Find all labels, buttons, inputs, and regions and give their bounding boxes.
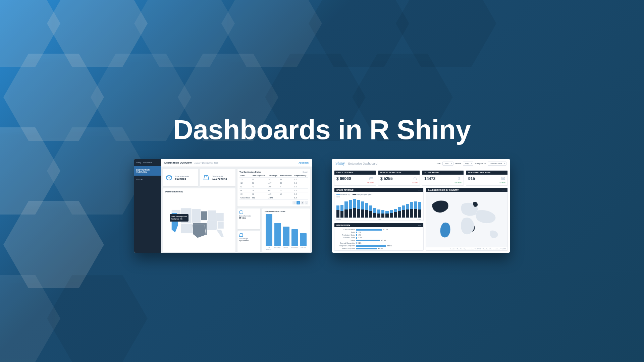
table-row[interactable]: CA561617230.5 [239, 181, 308, 185]
kpi-label: ACTIVE USERS [422, 171, 464, 175]
table-header[interactable]: Total shipments [251, 174, 267, 178]
year-select[interactable]: 2020 [442, 162, 453, 166]
chart-bar [390, 210, 393, 218]
kpi-delta: -33.0% [411, 182, 418, 184]
svg-rect-2 [192, 209, 201, 223]
top-states-table: Top Destination States Search StateTotal… [237, 169, 310, 206]
chart-bar [398, 207, 401, 218]
world-map[interactable] [426, 192, 507, 247]
kpi-total-shipments: Total shipments 503 trips [163, 169, 198, 186]
box-icon [239, 210, 244, 215]
breakdown-row: Orders 47.4% [336, 239, 421, 241]
bar-label: Los Angeles [266, 247, 272, 250]
chart-bar [385, 211, 388, 218]
svg-rect-9 [218, 222, 224, 229]
chart-bar [418, 202, 421, 218]
sidebar-item-contact[interactable]: Contact [134, 176, 161, 183]
bar-label: San Jose [300, 247, 307, 250]
bar [266, 214, 272, 246]
breakdown-row: Returned Items 1.5% [336, 237, 421, 239]
table-title: Top Destination States [239, 171, 261, 173]
chart-bar [369, 205, 372, 218]
chart-bar [336, 205, 339, 218]
world-map-panel: SALES REVENUE BY COUNTRY ••• [426, 188, 508, 251]
table-row[interactable]: FL38948170.5 [239, 189, 308, 192]
kpi-delta: +16.49% [453, 182, 462, 184]
kpi-icon [369, 176, 374, 181]
chart-bar [406, 204, 409, 218]
kpi-value: $ 66060 [336, 176, 351, 181]
chart-bar [365, 203, 368, 218]
chart-bar [381, 210, 384, 218]
chart-bar [373, 208, 376, 218]
kpi-row: SALES REVENUE $ 66060 -41.61% PRODUCTION… [332, 168, 510, 188]
kpi-label: SALES REVENUE [334, 171, 376, 175]
sales-revenue-chart: SALES REVENUE ••• Revenue ($) change to … [334, 188, 424, 221]
table-total-row: Grand Total50317,370—8.4 [239, 196, 308, 200]
headline: Dashboards in R Shiny [173, 114, 471, 145]
month-select[interactable]: May [463, 162, 473, 166]
table-pager[interactable]: ‹12› [239, 201, 308, 204]
breakdown-row: Closed Complaints 40.5% [336, 247, 421, 249]
brand-label: Appsilon [299, 162, 309, 164]
top-cities-chart: Top Destination Cities Los AngelesSan Di… [262, 208, 310, 252]
table-header[interactable]: Total weight [267, 174, 279, 178]
chart-bar [377, 209, 380, 218]
bar-label: Sacramento [291, 247, 298, 250]
table-row[interactable]: OH361129100.2 [239, 192, 308, 196]
enterprise-dashboard: Shiny Enterprise Dashboard Year 2020 Mon… [332, 159, 510, 253]
svg-rect-13 [370, 178, 373, 180]
breakdown-row: Assigned Complaints 58.5% [336, 245, 421, 247]
panel-menu-icon[interactable]: ••• [502, 189, 505, 191]
kpi-card: ACTIVE USERS 14472 +16.49% [422, 170, 464, 186]
breakdown-row: Opened Complaints 0.1% [336, 242, 421, 244]
sidebar-item-destination[interactable]: DESTINATION OVERVIEW [134, 166, 161, 176]
svg-rect-4 [208, 210, 216, 221]
kpi-icon [501, 176, 505, 181]
table-row[interactable]: IL41106570.2 [239, 185, 308, 189]
panel-menu-icon[interactable]: ••• [418, 189, 421, 191]
breakdown-row: Sales Revenue 51.4% [336, 229, 421, 231]
kpi-value: 915 [468, 176, 475, 181]
search-label[interactable]: Search [303, 171, 308, 173]
chart-bar [357, 200, 360, 218]
weight-icon [202, 174, 210, 182]
bar [300, 233, 307, 246]
kpi-label: OPENED COMPLAINTS [466, 171, 507, 175]
bar-label: San Diego [274, 247, 280, 250]
compare-select[interactable]: Previous Year [488, 162, 506, 166]
svg-point-14 [459, 177, 460, 179]
kpi-label: PRODUCTION COSTS [378, 171, 420, 175]
kpi-value: 17,370 tons [212, 177, 227, 180]
compare-label: Compare to [475, 163, 486, 165]
kpi-icon [413, 176, 418, 181]
breakdown-panel: BREAKDOWN ••• Sales Revenue 51.4%Profit … [334, 223, 424, 251]
shiny-logo: Shiny [335, 161, 345, 166]
table-row[interactable]: TX922927360.7 [239, 178, 308, 181]
table-header[interactable]: # of customers [279, 174, 293, 178]
map-tooltip: State with shipments California 56 [170, 214, 189, 222]
bar [291, 229, 298, 246]
svg-marker-12 [216, 230, 224, 237]
svg-rect-15 [501, 177, 504, 180]
chart-bar [394, 209, 397, 218]
map-title: Destination Map [165, 190, 233, 193]
map-card: Destination Map [163, 188, 235, 252]
header-bar: Shiny Enterprise Dashboard Year 2020 Mon… [332, 159, 510, 168]
table-header[interactable]: Shipments/day [293, 174, 308, 178]
page-title: Destination Overview [164, 161, 192, 164]
destination-dashboard: Shiny Dashboard DESTINATION OVERVIEW Con… [134, 159, 312, 253]
kpi-card: PRODUCTION COSTS $ 5255 -33.0% [378, 170, 420, 186]
panel-menu-icon[interactable]: ••• [418, 224, 421, 226]
kpi-card: OPENED COMPLAINTS 915 +1.40% [466, 170, 508, 186]
bar [283, 227, 289, 246]
sidebar: Shiny Dashboard DESTINATION OVERVIEW Con… [134, 159, 161, 253]
usa-map[interactable]: State with shipments California 56 [165, 194, 233, 250]
weight-icon [239, 233, 244, 237]
sidebar-item-home[interactable]: Shiny Dashboard [134, 159, 161, 166]
table-header[interactable]: State [239, 174, 251, 178]
mini-kpi-state-weight: State weight 1,617 tons [237, 231, 260, 252]
chart-bar [340, 205, 343, 218]
box-icon [165, 174, 173, 182]
chart-bar [361, 201, 364, 218]
